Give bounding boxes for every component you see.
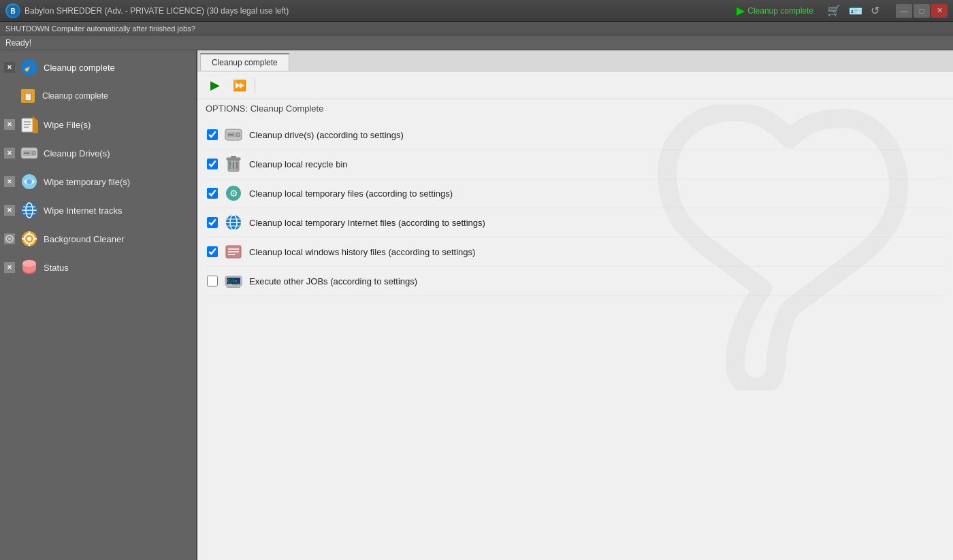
sidebar-label-wipe-temp: Wipe temporary file(s) xyxy=(44,177,130,187)
options-header-text: OPTIONS: Cleanup Complete xyxy=(206,103,323,114)
sidebar-item-wipe-temp[interactable]: ✕ Wipe temporary file(s) xyxy=(0,167,196,196)
options-header: OPTIONS: Cleanup Complete xyxy=(197,99,953,118)
sidebar-label-wipe-internet: Wipe Internet tracks xyxy=(44,205,123,216)
option-label-execute-jobs: Execute other JOBs (according to setting… xyxy=(249,276,417,286)
tab-cleanup-complete[interactable]: Cleanup complete xyxy=(200,53,289,71)
option-label-cleanup-recycle: Cleanup local recycle bin xyxy=(249,159,348,169)
svg-point-35 xyxy=(22,260,36,267)
shutdown-bar: SHUTDOWN Computer automatically after fi… xyxy=(0,22,953,35)
id-card-icon[interactable]: 🪪 xyxy=(849,4,862,17)
option-label-cleanup-inet: Cleanup local temporary Internet files (… xyxy=(249,218,485,228)
sidebar-bullet-wipe-internet: ✕ xyxy=(4,205,15,216)
option-row-cleanup-recycle: Cleanup local recycle bin xyxy=(206,150,945,179)
sidebar-bullet-cleanup: ✕ xyxy=(4,62,15,73)
option-row-cleanup-history: Cleanup local windows history files (acc… xyxy=(206,237,945,267)
sidebar-label-cleanup-drives: Cleanup Drive(s) xyxy=(44,148,110,159)
content-area: Cleanup complete ▶ ⏩ OPTIONS: Cleanup Co… xyxy=(197,50,953,560)
status-play-icon: ▶ xyxy=(737,4,745,17)
svg-text:📋: 📋 xyxy=(23,91,33,101)
option-label-cleanup-drives: Cleanup drive(s) (according to settings) xyxy=(249,130,404,140)
maximize-button[interactable]: □ xyxy=(914,4,930,18)
cart-icon[interactable]: 🛒 xyxy=(827,4,841,17)
sidebar-item-cleanup-complete-sub[interactable]: 📋 Cleanup complete xyxy=(0,82,196,110)
window-controls[interactable]: — □ ✕ xyxy=(896,4,948,18)
sidebar-item-background-cleaner[interactable]: Background Cleaner xyxy=(0,225,196,253)
option-icon-cleanup-recycle xyxy=(225,155,242,173)
checkbox-execute-jobs[interactable] xyxy=(207,276,218,286)
sidebar-label-cleanup: Cleanup complete xyxy=(44,63,115,73)
svg-rect-55 xyxy=(228,248,239,250)
svg-point-17 xyxy=(27,179,32,184)
svg-point-39 xyxy=(238,134,240,136)
svg-text:C:\>_: C:\>_ xyxy=(227,278,240,284)
shutdown-text: SHUTDOWN Computer automatically after fi… xyxy=(5,24,195,33)
ready-text: Ready! xyxy=(5,38,31,48)
sidebar-item-status[interactable]: ✕ Status xyxy=(0,253,196,282)
sidebar-item-wipe-internet[interactable]: ✕ Wipe Internet tracks xyxy=(0,196,196,225)
sidebar-item-cleanup-complete[interactable]: ✕ 🧹 Cleanup complete xyxy=(0,53,196,82)
sidebar-icon-cleanup: 🧹 xyxy=(20,59,38,76)
option-icon-cleanup-temp: ⚙ xyxy=(225,184,242,202)
svg-rect-57 xyxy=(228,254,235,255)
svg-rect-7 xyxy=(24,121,31,122)
refresh-icon[interactable]: ↺ xyxy=(871,4,879,17)
checkbox-cleanup-temp[interactable] xyxy=(207,188,218,199)
sidebar-bullet-wipe-files: ✕ xyxy=(4,119,15,130)
fast-forward-button[interactable]: ⏩ xyxy=(229,76,251,95)
window-title: Babylon SHREDDER (Adv. - PRIVATE LICENCE… xyxy=(25,6,737,16)
sidebar-bullet-wipe-temp: ✕ xyxy=(4,176,15,187)
svg-rect-61 xyxy=(227,286,240,288)
sidebar-icon-background xyxy=(20,230,38,248)
toolbar-separator xyxy=(255,77,255,93)
svg-rect-46 xyxy=(231,156,236,158)
sidebar: ✕ 🧹 Cleanup complete 📋 Cleanup complete … xyxy=(0,50,197,560)
svg-text:B: B xyxy=(10,7,15,15)
header-status: ▶ Cleanup complete xyxy=(737,4,813,17)
svg-point-27 xyxy=(27,237,31,241)
option-label-cleanup-temp: Cleanup local temporary files (according… xyxy=(249,188,453,199)
svg-text:🧹: 🧹 xyxy=(24,61,35,73)
option-icon-cleanup-history xyxy=(225,243,242,261)
svg-rect-44 xyxy=(236,162,238,169)
sidebar-label-status: Status xyxy=(44,263,69,273)
svg-marker-10 xyxy=(33,116,38,133)
svg-point-14 xyxy=(33,152,35,154)
svg-rect-9 xyxy=(24,127,29,128)
sidebar-sublabel-cleanup: Cleanup complete xyxy=(42,91,108,101)
header-icons: 🛒 🪪 ↺ xyxy=(827,4,879,17)
checkbox-cleanup-inet[interactable] xyxy=(207,217,218,228)
sidebar-item-wipe-files[interactable]: ✕ Wipe File(s) xyxy=(0,110,196,139)
tab-bar: Cleanup complete xyxy=(197,50,953,71)
close-button[interactable]: ✕ xyxy=(931,4,948,18)
play-button[interactable]: ▶ xyxy=(204,76,226,95)
sidebar-icon-wipe-temp xyxy=(20,173,38,191)
title-bar: B Babylon SHREDDER (Adv. - PRIVATE LICEN… xyxy=(0,0,953,22)
option-label-cleanup-history: Cleanup local windows history files (acc… xyxy=(249,247,475,257)
checkbox-cleanup-history[interactable] xyxy=(207,246,218,257)
minimize-button[interactable]: — xyxy=(896,4,912,18)
app-icon: B xyxy=(5,3,20,18)
svg-text:⚙: ⚙ xyxy=(229,188,238,199)
toolbar: ▶ ⏩ xyxy=(197,71,953,99)
option-icon-execute-jobs: C:\>_ xyxy=(225,272,242,290)
checkbox-cleanup-drives[interactable] xyxy=(207,129,218,140)
ready-bar: Ready! xyxy=(0,35,953,50)
checkbox-cleanup-recycle[interactable] xyxy=(207,159,218,169)
option-row-cleanup-drives: Cleanup drive(s) (according to settings) xyxy=(206,120,945,150)
sidebar-icon-cleanup-drives xyxy=(20,144,38,162)
svg-rect-43 xyxy=(233,162,234,169)
svg-rect-15 xyxy=(24,152,29,154)
svg-rect-40 xyxy=(228,134,233,135)
svg-rect-45 xyxy=(227,158,240,160)
svg-rect-56 xyxy=(228,251,239,252)
sidebar-icon-status xyxy=(20,259,38,276)
option-icon-cleanup-drives xyxy=(225,126,242,144)
option-icon-cleanup-inet xyxy=(225,214,242,231)
sidebar-bullet-cleanup-drives: ✕ xyxy=(4,148,15,159)
sidebar-subicon-cleanup: 📋 xyxy=(19,87,37,105)
sidebar-item-cleanup-drives[interactable]: ✕ Cleanup Drive(s) xyxy=(0,139,196,167)
sidebar-icon-wipe-internet xyxy=(20,201,38,219)
svg-point-24 xyxy=(8,237,11,240)
status-text: Cleanup complete xyxy=(747,6,813,16)
option-row-cleanup-inet: Cleanup local temporary Internet files (… xyxy=(206,208,945,237)
